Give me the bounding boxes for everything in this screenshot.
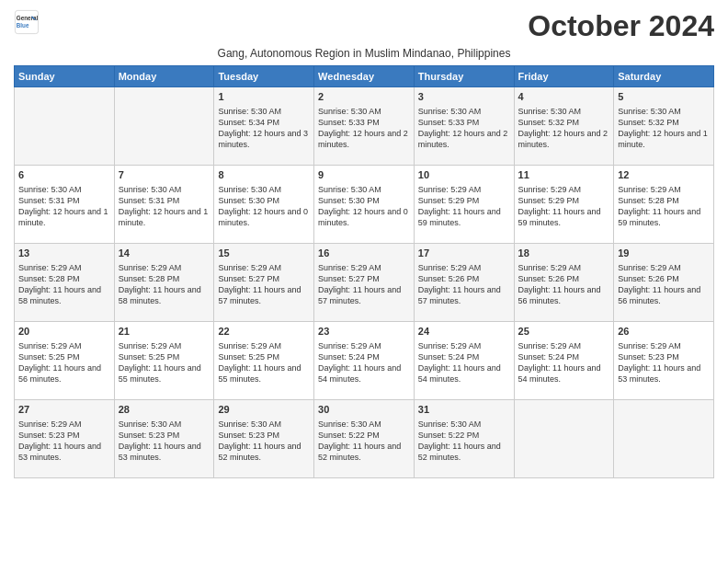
calendar-cell: 4Sunrise: 5:30 AMSunset: 5:32 PMDaylight… xyxy=(514,87,614,166)
calendar-cell: 7Sunrise: 5:30 AMSunset: 5:31 PMDaylight… xyxy=(114,166,214,244)
day-number: 1 xyxy=(218,90,310,104)
day-info: Sunrise: 5:30 AM xyxy=(318,106,410,117)
calendar-cell: 13Sunrise: 5:29 AMSunset: 5:28 PMDayligh… xyxy=(15,244,115,322)
day-info: Daylight: 11 hours and 56 minutes. xyxy=(518,284,610,306)
day-info: Daylight: 11 hours and 57 minutes. xyxy=(218,284,310,306)
day-number: 11 xyxy=(518,168,610,182)
calendar-cell xyxy=(15,87,115,166)
day-number: 18 xyxy=(518,247,610,260)
day-info: Daylight: 11 hours and 53 minutes. xyxy=(18,441,110,463)
day-info: Sunset: 5:30 PM xyxy=(318,195,410,206)
header-saturday: Saturday xyxy=(614,66,714,87)
day-info: Sunrise: 5:30 AM xyxy=(418,419,510,430)
calendar-cell: 26Sunrise: 5:29 AMSunset: 5:23 PMDayligh… xyxy=(614,322,714,400)
day-info: Daylight: 11 hours and 55 minutes. xyxy=(218,362,310,385)
month-title: October 2024 xyxy=(528,9,714,43)
day-info: Daylight: 11 hours and 52 minutes. xyxy=(318,441,410,463)
day-number: 30 xyxy=(318,403,410,417)
day-number: 16 xyxy=(318,247,410,260)
day-info: Daylight: 11 hours and 56 minutes. xyxy=(618,284,710,306)
day-info: Sunrise: 5:30 AM xyxy=(119,184,210,195)
calendar-cell: 16Sunrise: 5:29 AMSunset: 5:27 PMDayligh… xyxy=(314,244,415,322)
day-number: 25 xyxy=(518,325,610,339)
day-number: 31 xyxy=(418,403,510,417)
day-info: Daylight: 11 hours and 54 minutes. xyxy=(518,362,610,385)
day-info: Daylight: 11 hours and 59 minutes. xyxy=(418,206,510,228)
calendar-cell: 20Sunrise: 5:29 AMSunset: 5:25 PMDayligh… xyxy=(15,322,115,400)
day-info: Sunset: 5:32 PM xyxy=(618,117,710,128)
header-sunday: Sunday xyxy=(15,66,115,87)
day-info: Sunset: 5:33 PM xyxy=(318,117,410,128)
calendar-cell: 1Sunrise: 5:30 AMSunset: 5:34 PMDaylight… xyxy=(214,87,314,166)
calendar-cell: 9Sunrise: 5:30 AMSunset: 5:30 PMDaylight… xyxy=(314,166,415,244)
day-number: 5 xyxy=(618,90,710,104)
calendar-cell: 17Sunrise: 5:29 AMSunset: 5:26 PMDayligh… xyxy=(414,244,514,322)
svg-text:Blue: Blue xyxy=(17,22,29,29)
calendar-week-3: 20Sunrise: 5:29 AMSunset: 5:25 PMDayligh… xyxy=(15,322,714,400)
day-number: 2 xyxy=(318,90,410,104)
day-number: 22 xyxy=(218,325,310,339)
day-number: 27 xyxy=(18,403,110,417)
day-info: Sunrise: 5:30 AM xyxy=(218,419,310,430)
day-info: Sunrise: 5:29 AM xyxy=(119,262,210,273)
day-info: Sunrise: 5:29 AM xyxy=(218,340,310,351)
day-info: Sunset: 5:33 PM xyxy=(418,117,510,128)
day-info: Sunset: 5:28 PM xyxy=(18,273,110,284)
day-info: Sunset: 5:23 PM xyxy=(618,351,710,362)
day-info: Daylight: 12 hours and 2 minutes. xyxy=(418,128,510,150)
day-number: 24 xyxy=(418,325,510,339)
header-wednesday: Wednesday xyxy=(314,66,415,87)
day-info: Sunset: 5:24 PM xyxy=(418,351,510,362)
day-info: Daylight: 11 hours and 52 minutes. xyxy=(218,441,310,463)
day-info: Sunrise: 5:30 AM xyxy=(218,106,310,117)
day-info: Sunrise: 5:29 AM xyxy=(518,262,610,273)
day-info: Sunrise: 5:30 AM xyxy=(318,419,410,430)
logo: General Blue xyxy=(14,9,40,35)
calendar-table: Sunday Monday Tuesday Wednesday Thursday… xyxy=(14,65,714,478)
day-number: 19 xyxy=(618,247,710,260)
day-info: Sunset: 5:34 PM xyxy=(218,117,310,128)
calendar-cell: 6Sunrise: 5:30 AMSunset: 5:31 PMDaylight… xyxy=(15,166,115,244)
calendar-cell: 28Sunrise: 5:30 AMSunset: 5:23 PMDayligh… xyxy=(114,400,214,478)
day-info: Sunrise: 5:29 AM xyxy=(618,262,710,273)
day-info: Sunset: 5:29 PM xyxy=(418,195,510,206)
calendar-cell: 22Sunrise: 5:29 AMSunset: 5:25 PMDayligh… xyxy=(214,322,314,400)
day-info: Sunrise: 5:29 AM xyxy=(218,262,310,273)
day-info: Daylight: 11 hours and 52 minutes. xyxy=(418,441,510,463)
day-info: Sunrise: 5:29 AM xyxy=(318,262,410,273)
day-info: Daylight: 11 hours and 58 minutes. xyxy=(18,284,110,306)
svg-text:General: General xyxy=(17,15,39,21)
calendar-cell: 27Sunrise: 5:29 AMSunset: 5:23 PMDayligh… xyxy=(15,400,115,478)
header-thursday: Thursday xyxy=(414,66,514,87)
day-number: 14 xyxy=(119,247,210,260)
day-info: Sunset: 5:31 PM xyxy=(18,195,110,206)
day-info: Sunrise: 5:29 AM xyxy=(18,340,110,351)
day-info: Daylight: 11 hours and 59 minutes. xyxy=(518,206,610,228)
day-info: Sunset: 5:24 PM xyxy=(318,351,410,362)
day-info: Daylight: 11 hours and 57 minutes. xyxy=(418,284,510,306)
day-info: Sunrise: 5:29 AM xyxy=(18,419,110,430)
day-info: Sunset: 5:29 PM xyxy=(518,195,610,206)
day-info: Daylight: 12 hours and 2 minutes. xyxy=(518,128,610,150)
day-number: 20 xyxy=(18,325,110,339)
header-friday: Friday xyxy=(514,66,614,87)
day-number: 23 xyxy=(318,325,410,339)
day-info: Sunset: 5:27 PM xyxy=(218,273,310,284)
header-monday: Monday xyxy=(114,66,214,87)
day-info: Daylight: 12 hours and 3 minutes. xyxy=(218,128,310,150)
day-info: Sunrise: 5:30 AM xyxy=(518,106,610,117)
calendar-week-1: 6Sunrise: 5:30 AMSunset: 5:31 PMDaylight… xyxy=(15,166,714,244)
calendar-cell: 30Sunrise: 5:30 AMSunset: 5:22 PMDayligh… xyxy=(314,400,415,478)
calendar-cell xyxy=(514,400,614,478)
day-info: Sunrise: 5:30 AM xyxy=(618,106,710,117)
day-info: Sunrise: 5:29 AM xyxy=(418,184,510,195)
day-info: Daylight: 12 hours and 0 minutes. xyxy=(318,206,410,228)
calendar-cell: 3Sunrise: 5:30 AMSunset: 5:33 PMDaylight… xyxy=(414,87,514,166)
day-info: Daylight: 11 hours and 59 minutes. xyxy=(618,206,710,228)
calendar-cell: 11Sunrise: 5:29 AMSunset: 5:29 PMDayligh… xyxy=(514,166,614,244)
day-info: Sunset: 5:27 PM xyxy=(318,273,410,284)
day-info: Daylight: 11 hours and 55 minutes. xyxy=(119,362,210,385)
calendar-cell: 8Sunrise: 5:30 AMSunset: 5:30 PMDaylight… xyxy=(214,166,314,244)
day-info: Daylight: 12 hours and 1 minute. xyxy=(119,206,210,228)
calendar-week-4: 27Sunrise: 5:29 AMSunset: 5:23 PMDayligh… xyxy=(15,400,714,478)
